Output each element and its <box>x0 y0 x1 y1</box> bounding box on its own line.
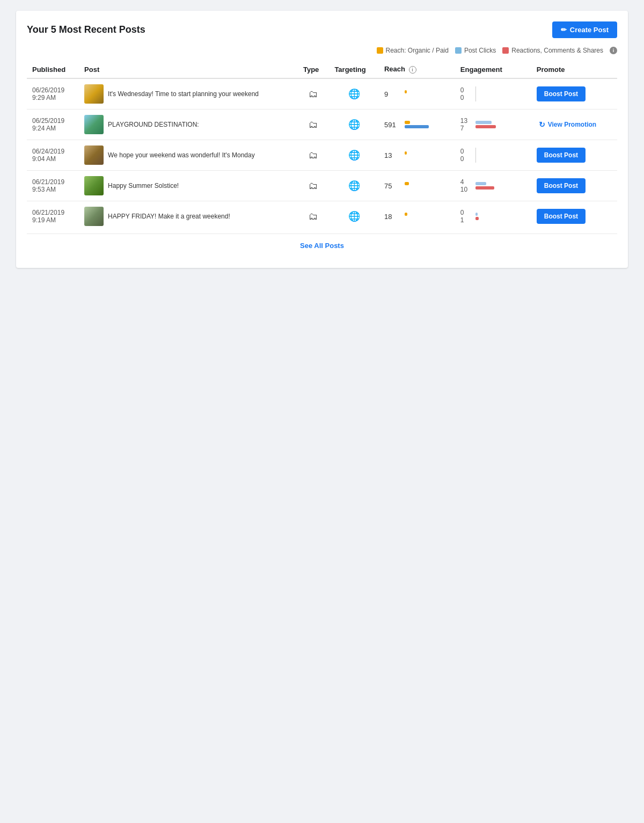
engagement-reactions-bar <box>475 125 496 128</box>
post-cell: Happy Summer Solstice! <box>79 171 298 201</box>
reactions-legend-label: Reactions, Comments & Shares <box>511 47 603 54</box>
post-cell: HAPPY FRIDAY! Make it a great weekend! <box>79 201 298 232</box>
targeting-icon: 🌐 <box>348 89 360 99</box>
reach-cell: 13 <box>379 140 455 171</box>
reach-info-icon[interactable]: i <box>409 66 416 74</box>
reach-organic-bar <box>405 151 407 155</box>
view-promotion-button[interactable]: ↻View Promotion <box>537 116 598 133</box>
targeting-icon: 🌐 <box>348 180 360 191</box>
post-type-icon: 🗂 <box>309 180 318 191</box>
col-targeting: Targeting <box>329 61 379 78</box>
targeting-cell: 🌐 <box>329 201 379 232</box>
view-promotion-label: View Promotion <box>548 121 596 128</box>
table-row: 06/21/20199:53 AMHappy Summer Solstice!🗂… <box>27 171 617 201</box>
reach-organic-bar <box>405 182 409 185</box>
engagement-cell: 01 <box>455 201 531 232</box>
engagement-top: 0 <box>460 148 471 155</box>
targeting-icon: 🌐 <box>348 211 360 222</box>
engagement-top: 0 <box>460 209 471 216</box>
engagement-clicks-bar <box>475 182 486 185</box>
time: 9:19 AM <box>32 216 74 224</box>
post-text: We hope your weekend was wonderful! It's… <box>108 151 255 160</box>
engagement-numbers: 00 <box>460 148 471 163</box>
engagement-bars <box>475 121 502 128</box>
col-post: Post <box>79 61 298 78</box>
date: 06/25/2019 <box>32 117 74 125</box>
engagement-bar-line <box>475 86 476 101</box>
col-promote: Promote <box>531 61 617 78</box>
create-post-button[interactable]: ✏ Create Post <box>552 21 617 38</box>
reach-number: 13 <box>384 151 400 159</box>
reach-legend-label: Reach: Organic / Paid <box>386 47 449 54</box>
promote-cell: Boost Post <box>531 201 617 232</box>
table-header-row: Published Post Type Targeting Reach i En… <box>27 61 617 78</box>
engagement-bar-line <box>475 148 476 163</box>
engagement-clicks-bar <box>475 121 492 124</box>
promote-cell: Boost Post <box>531 78 617 110</box>
main-card: Your 5 Most Recent Posts ✏ Create Post R… <box>16 11 628 268</box>
col-engagement: Engagement <box>455 61 531 78</box>
post-thumbnail <box>84 207 104 226</box>
table-row: 06/24/20199:04 AMWe hope your weekend wa… <box>27 140 617 171</box>
see-all-link[interactable]: See All Posts <box>300 242 344 250</box>
time: 9:04 AM <box>32 155 74 163</box>
engagement-bottom: 1 <box>460 216 471 224</box>
reach-organic-bar <box>405 90 407 93</box>
reach-bars <box>405 213 437 220</box>
boost-post-button[interactable]: Boost Post <box>537 86 586 101</box>
post-type-icon: 🗂 <box>309 150 318 161</box>
promote-cell: ↻View Promotion <box>531 110 617 140</box>
legend-post-clicks: Post Clicks <box>455 47 496 54</box>
reach-number: 591 <box>384 121 400 129</box>
boost-post-button[interactable]: Boost Post <box>537 209 586 224</box>
legend-info-icon[interactable]: i <box>610 47 617 54</box>
reach-number: 18 <box>384 213 400 221</box>
engagement-cell: 410 <box>455 171 531 201</box>
engagement-reactions-bar <box>475 217 479 220</box>
table-row: 06/26/20199:29 AMIt's Wednesday! Time to… <box>27 78 617 110</box>
posts-table: Published Post Type Targeting Reach i En… <box>27 61 617 231</box>
reach-bars <box>405 121 437 128</box>
engagement-top: 4 <box>460 178 471 186</box>
type-cell: 🗂 <box>298 78 329 110</box>
post-cell: PLAYGROUND DESTINATION: <box>79 110 298 140</box>
engagement-reactions-bar <box>475 186 494 190</box>
date-cell: 06/21/20199:53 AM <box>27 171 79 201</box>
reach-color-dot <box>377 47 383 54</box>
card-title: Your 5 Most Recent Posts <box>27 24 145 35</box>
type-cell: 🗂 <box>298 171 329 201</box>
reach-cell: 18 <box>379 201 455 232</box>
post-thumbnail <box>84 145 104 165</box>
targeting-cell: 🌐 <box>329 110 379 140</box>
targeting-cell: 🌐 <box>329 78 379 110</box>
date-cell: 06/24/20199:04 AM <box>27 140 79 171</box>
engagement-bottom: 0 <box>460 155 471 163</box>
date-cell: 06/26/20199:29 AM <box>27 78 79 110</box>
post-thumbnail <box>84 115 104 134</box>
boost-post-button[interactable]: Boost Post <box>537 178 586 193</box>
date-cell: 06/25/20199:24 AM <box>27 110 79 140</box>
post-clicks-legend-label: Post Clicks <box>464 47 496 54</box>
engagement-numbers: 00 <box>460 86 471 101</box>
engagement-cell: 137 <box>455 110 531 140</box>
post-type-icon: 🗂 <box>309 89 318 99</box>
date: 06/21/2019 <box>32 209 74 216</box>
boost-post-button[interactable]: Boost Post <box>537 148 586 163</box>
targeting-icon: 🌐 <box>348 119 360 130</box>
targeting-cell: 🌐 <box>329 140 379 171</box>
date: 06/24/2019 <box>32 148 74 155</box>
engagement-top: 13 <box>460 117 471 125</box>
reach-paid-bar <box>405 125 429 128</box>
engagement-cell: 00 <box>455 78 531 110</box>
engagement-bars <box>475 182 502 190</box>
post-thumbnail <box>84 84 104 104</box>
post-text: Happy Summer Solstice! <box>108 181 179 191</box>
post-cell: We hope your weekend was wonderful! It's… <box>79 140 298 171</box>
engagement-numbers: 410 <box>460 178 471 193</box>
legend-reactions: Reactions, Comments & Shares <box>502 47 603 54</box>
reach-cell: 75 <box>379 171 455 201</box>
targeting-icon: 🌐 <box>348 150 360 161</box>
post-type-icon: 🗂 <box>309 119 318 130</box>
time: 9:29 AM <box>32 94 74 101</box>
reach-bars <box>405 90 437 98</box>
